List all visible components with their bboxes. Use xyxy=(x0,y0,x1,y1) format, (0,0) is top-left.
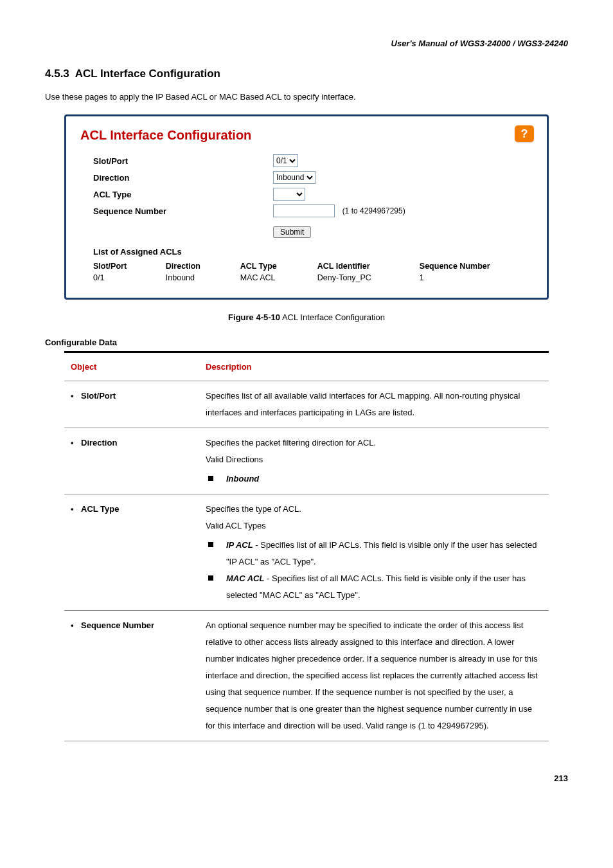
bullet-inbound: Inbound xyxy=(226,474,259,484)
cell-slot-port: 0/1 xyxy=(80,272,153,284)
table-header-row: Slot/Port Direction ACL Type ACL Identif… xyxy=(80,260,533,272)
list-item: MAC ACL - Specifies list of all MAC ACLs… xyxy=(208,570,542,604)
manual-header: User's Manual of WGS3-24000 / WGS3-24240 xyxy=(45,39,568,48)
configurable-data-heading: Configurable Data xyxy=(45,338,568,347)
object-acl-type: ACL Type xyxy=(71,504,119,514)
slot-port-select[interactable]: 0/1 xyxy=(273,154,298,167)
section-heading: 4.5.3 ACL Interface Configuration xyxy=(45,68,568,80)
intro-text: Use these pages to apply the IP Based AC… xyxy=(45,92,568,102)
cell-seq: 1 xyxy=(407,272,533,284)
list-item: Inbound xyxy=(208,471,542,487)
list-item: IP ACL - Specifies list of all IP ACLs. … xyxy=(208,537,542,570)
cell-direction: Inbound xyxy=(153,272,227,284)
table-row: 0/1 Inbound MAC ACL Deny-Tony_PC 1 xyxy=(80,272,533,284)
col-acl-identifier: ACL Identifier xyxy=(305,260,407,272)
table-row: Slot/Port Specifies list of all availabl… xyxy=(64,381,549,428)
seq-num-input[interactable] xyxy=(273,204,335,217)
figure-caption: Figure 4-5-10 ACL Interface Configuratio… xyxy=(45,312,568,322)
object-seq-number: Sequence Number xyxy=(71,620,154,630)
direction-select[interactable]: Inbound xyxy=(273,171,315,184)
table-row: ACL Type Specifies the type of ACL. Vali… xyxy=(64,494,549,611)
bullet-ip-acl: IP ACL xyxy=(226,540,253,550)
desc-direction-lead: Specifies the packet filtering direction… xyxy=(206,435,542,451)
header-object: Object xyxy=(64,352,199,381)
cell-acl-id: Deny-Tony_PC xyxy=(305,272,407,284)
cell-acl-type: MAC ACL xyxy=(227,272,305,284)
table-row: Direction Specifies the packet filtering… xyxy=(64,428,549,494)
desc-slot-port: Specifies list of all available valid in… xyxy=(199,381,549,428)
submit-button[interactable]: Submit xyxy=(273,226,311,238)
acl-type-label: ACL Type xyxy=(80,190,273,199)
bullet-mac-acl: MAC ACL xyxy=(226,574,264,583)
direction-label: Direction xyxy=(80,173,273,183)
page-number: 213 xyxy=(45,773,568,783)
seq-num-label: Sequence Number xyxy=(80,206,273,216)
col-direction: Direction xyxy=(153,260,227,272)
slot-port-label: Slot/Port xyxy=(80,156,273,166)
assigned-acls-heading: List of Assigned ACLs xyxy=(93,247,533,257)
help-icon[interactable]: ? xyxy=(515,125,534,142)
desc-acl-type-sub: Valid ACL Types xyxy=(206,518,542,534)
section-title: ACL Interface Configuration xyxy=(75,68,220,80)
figure-title: ACL Interface Configuration xyxy=(280,312,385,322)
section-number: 4.5.3 xyxy=(45,68,69,80)
desc-acl-type: Specifies the type of ACL. Valid ACL Typ… xyxy=(199,494,549,611)
table-row: Sequence Number An optional sequence num… xyxy=(64,611,549,741)
col-seq-number: Sequence Number xyxy=(407,260,533,272)
desc-seq-number: An optional sequence number may be speci… xyxy=(199,611,549,741)
seq-num-hint: (1 to 4294967295) xyxy=(342,206,405,215)
desc-acl-type-lead: Specifies the type of ACL. xyxy=(206,501,542,518)
figure-number: Figure 4-5-10 xyxy=(228,312,280,322)
assigned-acls-table: Slot/Port Direction ACL Type ACL Identif… xyxy=(80,260,533,284)
col-acl-type: ACL Type xyxy=(227,260,305,272)
screenshot-panel: ? ACL Interface Configuration Slot/Port … xyxy=(64,114,549,300)
header-description: Description xyxy=(199,352,549,381)
panel-title: ACL Interface Configuration xyxy=(80,128,533,143)
object-slot-port: Slot/Port xyxy=(71,391,116,401)
desc-direction-sub: Valid Directions xyxy=(206,451,542,468)
col-slot-port: Slot/Port xyxy=(80,260,153,272)
description-table: Object Description Slot/Port Specifies l… xyxy=(64,351,549,741)
acl-type-select[interactable] xyxy=(273,188,305,201)
object-direction: Direction xyxy=(71,438,117,448)
desc-direction: Specifies the packet filtering direction… xyxy=(199,428,549,494)
